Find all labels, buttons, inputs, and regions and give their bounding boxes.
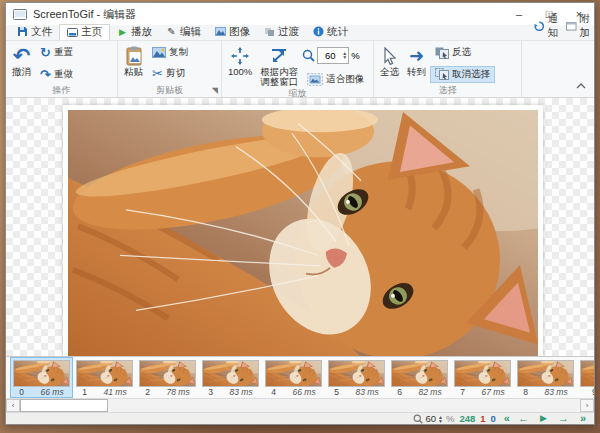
minimize-button[interactable]: – [504, 3, 534, 25]
sync-icon [534, 21, 545, 32]
frame-number: 9 [592, 387, 594, 397]
tab-image[interactable]: 图像 [208, 24, 257, 40]
expand-arrows-icon [231, 45, 249, 67]
frame-thumbnail [202, 360, 259, 387]
screentogif-editor-window: ScreenToGif - 编辑器 – □ × 文件 主页 ▶ 播放 [5, 2, 595, 425]
attach-button[interactable]: 附加 [566, 12, 590, 40]
frame-thumbnail [454, 360, 511, 387]
invert-selection-button[interactable]: 反选 [430, 44, 495, 61]
play-button[interactable]: ▶ [537, 413, 550, 424]
select-all-button[interactable]: 全选 [376, 42, 403, 85]
frame-thumbnail [13, 360, 70, 387]
redo-button[interactable]: ↷ 重做 [35, 66, 78, 83]
first-frame-button[interactable]: « [501, 413, 510, 424]
tab-home[interactable]: 主页 [59, 24, 110, 40]
zoom-value-input[interactable]: 60 ▲▼ [317, 47, 349, 64]
frame-number: 8 [523, 387, 528, 397]
frame-duration: 83 ms [230, 387, 253, 397]
tab-edit[interactable]: ✎ 编辑 [159, 24, 208, 40]
invert-selection-icon [435, 47, 449, 59]
frame-duration: 66 ms [293, 387, 316, 397]
frame-number: 3 [208, 387, 213, 397]
play-icon: ▶ [117, 26, 128, 37]
frame-item[interactable]: 1 41 ms [73, 357, 136, 398]
cat-photo [68, 110, 538, 356]
go-to-arrow-icon: ➜ [409, 45, 424, 67]
spinner-arrows-icon[interactable]: ▲▼ [342, 51, 348, 59]
frame-number: 5 [334, 387, 339, 397]
fit-window-button[interactable]: 根据内容 调整窗口 [256, 42, 302, 88]
statusbar-zoom-value[interactable]: 60 [425, 413, 436, 424]
window-icon [566, 21, 577, 32]
deselect-button[interactable]: 取消选择 [430, 66, 495, 83]
ribbon-tab-bar: 文件 主页 ▶ 播放 ✎ 编辑 图像 [6, 25, 594, 41]
copy-icon [152, 46, 166, 58]
next-frame-button[interactable]: → [555, 413, 572, 424]
last-frame-button[interactable]: » [577, 413, 586, 424]
frame-filmstrip: 0 66 ms 1 41 ms 2 [6, 356, 594, 398]
collapse-ribbon-chevron-icon[interactable] [576, 80, 586, 91]
frame-duration: 67 ms [482, 387, 505, 397]
statusbar-magnifier-icon [413, 414, 423, 424]
frame-number: 4 [271, 387, 276, 397]
frame-number: 6 [397, 387, 402, 397]
selected-count: 1 [480, 413, 485, 424]
titlebar[interactable]: ScreenToGif - 编辑器 – □ × [6, 3, 594, 25]
frame-item[interactable]: 8 83 ms [514, 357, 577, 398]
zoom-100-button[interactable]: 100% [224, 42, 256, 88]
scrollbar-thumb[interactable] [20, 399, 108, 412]
tab-statistics[interactable]: 统计 [306, 24, 355, 40]
frame-item[interactable]: 0 66 ms [10, 357, 73, 398]
go-to-button[interactable]: ➜ 转到 [403, 42, 430, 85]
group-clipboard: 粘贴 复制 ✂ 剪切 [118, 41, 222, 97]
tab-transitions[interactable]: 过渡 [257, 24, 306, 40]
status-bar: 60 ▲▼ % 248 1 0 « ← ▶ → » [6, 412, 594, 424]
frame-thumbnail [391, 360, 448, 387]
frame-item[interactable]: 2 78 ms [136, 357, 199, 398]
scroll-left-button[interactable]: ‹ [6, 399, 20, 412]
undo-button[interactable]: ↶ 撤消 [8, 42, 35, 85]
statusbar-spinner-icon[interactable]: ▲▼ [438, 415, 444, 423]
window-title: ScreenToGif - 编辑器 [33, 7, 136, 22]
frame-item[interactable]: 4 66 ms [262, 357, 325, 398]
tab-playback[interactable]: ▶ 播放 [110, 24, 159, 40]
group-label-operations: 操作 [8, 85, 115, 97]
fit-image-button[interactable]: 适合图像 [302, 71, 369, 88]
copy-button[interactable]: 复制 [147, 44, 193, 61]
frame-thumbnail [139, 360, 196, 387]
frame-thumbnail [328, 360, 385, 387]
frame-item[interactable]: 6 82 ms [388, 357, 451, 398]
frame-duration: 66 ms [41, 387, 64, 397]
scroll-right-button[interactable]: › [580, 399, 594, 412]
frame-item[interactable]: 9 [577, 357, 594, 398]
desktop-wallpaper: ScreenToGif - 编辑器 – □ × 文件 主页 ▶ 播放 [0, 0, 600, 433]
frame-number: 2 [145, 387, 150, 397]
clipboard-dialog-launcher-icon[interactable]: ◥ [212, 85, 218, 96]
frame-item[interactable]: 7 67 ms [451, 357, 514, 398]
previous-frame-button[interactable]: ← [515, 413, 532, 424]
pencil-icon: ✎ [166, 26, 177, 37]
info-icon [313, 26, 324, 37]
home-icon [67, 27, 78, 38]
frame-thumbnail [580, 360, 594, 387]
zoom-level-control: 60 ▲▼ % [302, 42, 369, 66]
frame-item[interactable]: 5 83 ms [325, 357, 388, 398]
frame-item[interactable]: 3 83 ms [199, 357, 262, 398]
editor-canvas[interactable] [6, 98, 594, 356]
deselect-icon [435, 68, 449, 80]
tab-file[interactable]: 文件 [10, 24, 59, 40]
app-icon [13, 9, 27, 20]
frame-thumbnail [517, 360, 574, 387]
notifications-button[interactable]: 通知 [534, 12, 558, 40]
paste-icon [125, 45, 143, 67]
filmstrip-scrollbar: ‹ › [6, 398, 594, 412]
group-selection: 全选 ➜ 转到 反选 [374, 41, 522, 97]
reset-button[interactable]: ↻ 重置 [35, 44, 78, 61]
cut-button[interactable]: ✂ 剪切 [147, 64, 193, 83]
frame-duration: 82 ms [419, 387, 442, 397]
group-label-selection: 选择 [376, 85, 519, 97]
redo-icon: ↷ [40, 68, 51, 81]
paste-button[interactable]: 粘贴 [120, 42, 147, 85]
reset-icon: ↻ [40, 46, 51, 59]
scrollbar-track[interactable] [108, 399, 580, 412]
